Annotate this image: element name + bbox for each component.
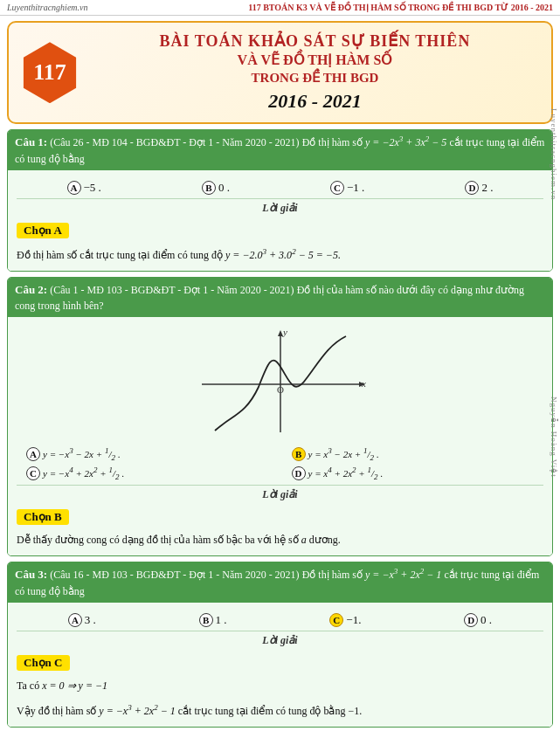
- q1-circle-b: B: [202, 181, 216, 195]
- q2-num: Câu 2:: [15, 283, 47, 296]
- q3-option-c[interactable]: C −1.: [329, 613, 361, 627]
- q2-option-c[interactable]: C y = −x4 + 2x2 + 1/2 .: [26, 466, 268, 481]
- question-3-body: A 3 . B 1 . C −1. D 0 . Lời giải Chọn C …: [8, 603, 552, 727]
- hero-line4: 2016 - 2021: [87, 89, 543, 114]
- q1-text-a: −5 .: [84, 181, 101, 195]
- q1-text-c: −1 .: [347, 181, 364, 195]
- q2-circle-b: B: [292, 447, 306, 461]
- question-2-block: Câu 2: (Câu 1 - MĐ 103 - BGĐ&ĐT - Đợt 1 …: [7, 277, 553, 556]
- graph-container: x y O: [17, 328, 543, 441]
- question-1-block: Câu 1: (Câu 26 - MĐ 104 - BGĐ&ĐT - Đợt 1…: [7, 129, 553, 272]
- badge-number: 117: [19, 42, 80, 103]
- q2-circle-d: D: [292, 466, 306, 480]
- q3-options: A 3 . B 1 . C −1. D 0 .: [17, 613, 543, 627]
- q1-option-b[interactable]: B 0 .: [202, 181, 230, 195]
- q2-text-d: y = x4 + 2x2 + 1/2 .: [308, 466, 384, 481]
- q3-solution-1: Ta có x = 0 ⇒ y = −1: [17, 676, 543, 696]
- top-header: Luyenthitracnghiem.vn 117 BTOÁN K3 VÀ VẼ…: [0, 0, 560, 16]
- watermark-right-1: Luyenthitracnghiem.vn: [548, 105, 560, 203]
- q3-solution-2: Vậy đồ thị hàm số y = −x3 + 2x2 − 1 cắt …: [17, 700, 543, 721]
- q2-source: (Câu 1 - MĐ 103 - BGĐ&ĐT - Đợt 1 - Năm 2…: [50, 284, 294, 296]
- q3-circle-c: C: [329, 613, 343, 627]
- graph-svg: x y O: [193, 328, 368, 441]
- q1-option-d[interactable]: D 2 .: [465, 181, 493, 195]
- q2-circle-a: A: [26, 447, 40, 461]
- header-title: 117 BTOÁN K3 VÀ VẼ ĐỒ THỊ HÀM SỐ TRONG Đ…: [248, 3, 553, 12]
- q2-chon-label: Chọn B: [17, 509, 69, 525]
- q3-loi-giai-label: Lời giải: [17, 631, 543, 647]
- q1-circle-d: D: [465, 181, 479, 195]
- q3-option-b[interactable]: B 1 .: [199, 613, 227, 627]
- q3-circle-d: D: [464, 613, 478, 627]
- q1-option-c[interactable]: C −1 .: [330, 181, 364, 195]
- hero-line3: TRONG ĐỀ THI BGD: [87, 70, 543, 87]
- q2-text-b: y = x3 − 2x + 1/2 .: [308, 446, 379, 462]
- watermark-right-2: Nguyễn Hoàng Việt: [548, 393, 560, 481]
- svg-text:y: y: [282, 328, 287, 337]
- q3-option-d[interactable]: D 0 .: [464, 613, 492, 627]
- svg-text:O: O: [277, 384, 284, 395]
- q1-source: (Câu 26 - MĐ 104 - BGĐ&ĐT - Đợt 1 - Năm …: [50, 136, 299, 148]
- q3-text-b: 1 .: [216, 613, 227, 627]
- q1-num: Câu 1:: [15, 135, 47, 148]
- hero-banner: 117 BÀI TOÁN KHẢO SÁT SỰ BIẾN THIÊN VÀ V…: [7, 21, 553, 124]
- q1-circle-c: C: [330, 181, 344, 195]
- q1-solution: Đồ thị hàm số cắt trục tung tại điểm có …: [17, 244, 543, 266]
- question-1-body: A −5 . B 0 . C −1 . D 2 . Lời giải Chọn …: [8, 170, 552, 271]
- q1-option-a[interactable]: A −5 .: [67, 181, 101, 195]
- q3-circle-a: A: [68, 613, 82, 627]
- q2-text-a: y = −x3 − 2x + 1/2 .: [43, 446, 120, 462]
- q2-option-b[interactable]: B y = x3 − 2x + 1/2 .: [292, 446, 534, 462]
- svg-text:x: x: [361, 378, 366, 389]
- q1-text-d: 2 .: [481, 181, 493, 195]
- q1-chon-label: Chọn A: [17, 223, 69, 238]
- q1-options: A −5 . B 0 . C −1 . D 2 .: [17, 181, 543, 195]
- q1-text-b: 0 .: [218, 181, 230, 195]
- q1-loi-giai-label: Lời giải: [17, 198, 543, 215]
- site-url-left: Luyenthitracnghiem.vn: [7, 3, 87, 12]
- q2-solution: Dễ thấy đường cong có dạng đồ thị của hà…: [17, 530, 543, 550]
- q3-option-a[interactable]: A 3 .: [68, 613, 96, 627]
- hero-line2: VÀ VẼ ĐỒ THỊ HÀM SỐ: [87, 52, 543, 70]
- q1-circle-a: A: [67, 181, 81, 195]
- hero-title: BÀI TOÁN KHẢO SÁT SỰ BIẾN THIÊN VÀ VẼ ĐỒ…: [87, 31, 543, 114]
- q3-chon-label: Chọn C: [17, 655, 70, 671]
- question-3-block: Câu 3: (Câu 16 - MĐ 103 - BGĐ&ĐT - Đợt 1…: [7, 562, 553, 728]
- question-1-header: Câu 1: (Câu 26 - MĐ 104 - BGĐ&ĐT - Đợt 1…: [8, 130, 552, 170]
- q3-text-d: 0 .: [480, 613, 492, 627]
- q3-text-a: 3 .: [85, 613, 96, 627]
- q3-circle-b: B: [199, 613, 213, 627]
- question-2-header: Câu 2: (Câu 1 - MĐ 103 - BGĐ&ĐT - Đợt 1 …: [8, 278, 552, 318]
- q3-num: Câu 3:: [15, 568, 47, 581]
- q2-loi-giai-label: Lời giải: [17, 485, 543, 501]
- q2-options: A y = −x3 − 2x + 1/2 . B y = x3 − 2x + 1…: [17, 446, 543, 481]
- q2-option-a[interactable]: A y = −x3 − 2x + 1/2 .: [26, 446, 268, 462]
- q2-option-d[interactable]: D y = x4 + 2x2 + 1/2 .: [292, 466, 534, 481]
- q3-text-c: −1.: [346, 613, 361, 627]
- question-3-header: Câu 3: (Câu 16 - MĐ 103 - BGĐ&ĐT - Đợt 1…: [8, 562, 552, 603]
- question-2-body: x y O A y = −x3 − 2x + 1/2 . B y = x3 − …: [8, 317, 552, 555]
- q2-circle-c: C: [26, 466, 40, 480]
- q2-text-c: y = −x4 + 2x2 + 1/2 .: [43, 466, 124, 481]
- hero-line1: BÀI TOÁN KHẢO SÁT SỰ BIẾN THIÊN: [87, 31, 543, 52]
- q3-source: (Câu 16 - MĐ 103 - BGĐ&ĐT - Đợt 1 - Năm …: [50, 569, 299, 581]
